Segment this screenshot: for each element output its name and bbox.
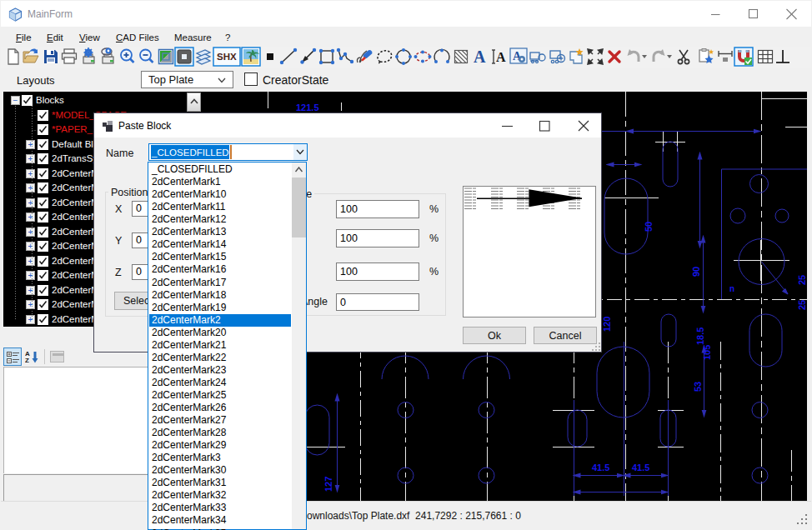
svg-text:25: 25 [797, 300, 807, 310]
svg-text:SHX: SHX [217, 52, 237, 62]
svg-text:A: A [474, 48, 486, 66]
svg-text:105: 105 [702, 345, 712, 360]
svg-text:Z: Z [25, 357, 29, 364]
svg-text:A: A [496, 50, 506, 64]
svg-text:41.5: 41.5 [632, 462, 649, 472]
svg-text:41.5: 41.5 [592, 462, 609, 472]
svg-text:121.5: 121.5 [296, 102, 319, 112]
svg-text:25: 25 [797, 275, 807, 285]
svg-text:127: 127 [323, 477, 333, 492]
svg-text:n: n [729, 284, 734, 293]
svg-text:90: 90 [691, 267, 701, 277]
svg-text:18.5: 18.5 [695, 328, 705, 345]
svg-text:120: 120 [602, 317, 612, 332]
svg-text:53: 53 [693, 382, 703, 392]
svg-text:50: 50 [644, 222, 654, 232]
